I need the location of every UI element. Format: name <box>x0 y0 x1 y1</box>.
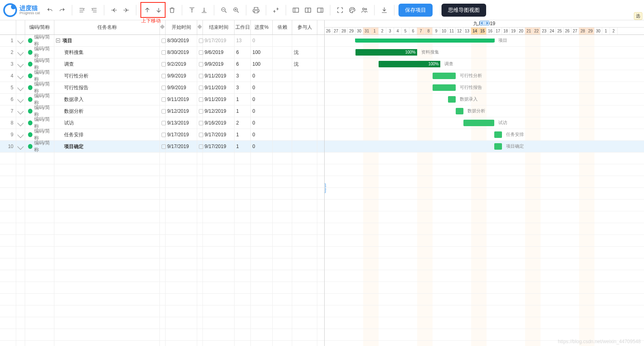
row-start[interactable]: 9/17/2019 <box>166 129 197 140</box>
row-name[interactable]: 可行性报告 <box>54 82 160 93</box>
row-depend[interactable] <box>273 129 292 140</box>
gantt-bar[interactable] <box>463 120 494 126</box>
row-edit-icon[interactable] <box>16 105 25 117</box>
row-chk2[interactable] <box>197 47 203 58</box>
col-name[interactable]: 任务名称 <box>54 20 160 34</box>
row-chk1[interactable] <box>160 105 166 117</box>
panel-split-button[interactable] <box>302 3 314 17</box>
col-progress[interactable]: 进度% <box>251 20 273 34</box>
gantt-row[interactable]: 试访 <box>325 117 644 129</box>
expand-icon[interactable]: − <box>56 39 60 43</box>
row-people[interactable]: 沈 <box>292 47 317 58</box>
day-cell[interactable]: 27 <box>332 28 340 34</box>
row-depend[interactable] <box>273 70 292 82</box>
day-cell[interactable]: 1 <box>371 28 379 34</box>
day-cell[interactable]: 7 <box>417 28 425 34</box>
col-start[interactable]: 开始时间 <box>166 20 197 34</box>
day-cell[interactable]: 15 <box>479 28 487 34</box>
row-chk2[interactable] <box>197 35 203 46</box>
day-cell[interactable]: 24 <box>548 28 556 34</box>
row-code[interactable]: 编码/简称 <box>25 82 54 93</box>
row-workdays[interactable]: 3 <box>235 70 251 82</box>
row-name[interactable]: 调查 <box>54 58 160 70</box>
gantt-row[interactable]: 100%资料搜集 <box>325 47 644 58</box>
row-code[interactable]: 编码/简称 <box>25 141 54 152</box>
row-end[interactable]: 9/11/2019 <box>203 94 235 105</box>
row-chk1[interactable] <box>160 141 166 152</box>
outdent-button[interactable] <box>76 3 88 17</box>
gantt-row[interactable]: 可行性报告 <box>325 82 644 94</box>
move-right-button[interactable] <box>121 3 132 17</box>
day-cell[interactable]: 30 <box>594 28 602 34</box>
row-start[interactable]: 9/9/2019 <box>166 70 197 82</box>
delete-button[interactable] <box>166 3 178 17</box>
indent-button[interactable] <box>88 3 100 17</box>
undo-button[interactable] <box>44 3 56 17</box>
row-progress[interactable]: 0 <box>251 82 273 93</box>
row-workdays[interactable]: 3 <box>235 82 251 93</box>
day-cell[interactable]: 13 <box>463 28 471 34</box>
col-code[interactable]: 编码/简称 <box>25 20 54 34</box>
row-code[interactable]: 编码/简称 <box>25 105 54 117</box>
row-edit-icon[interactable] <box>16 94 25 105</box>
row-edit-icon[interactable] <box>16 129 25 140</box>
day-cell[interactable]: 30 <box>355 28 363 34</box>
table-row[interactable]: 5编码/简称可行性报告9/9/20199/11/201930 <box>0 82 324 94</box>
row-progress[interactable]: 0 <box>251 117 273 129</box>
day-cell[interactable]: 1 <box>602 28 610 34</box>
save-project-button[interactable]: 保存项目 <box>398 4 433 17</box>
row-chk1[interactable] <box>160 129 166 140</box>
table-row[interactable]: 8编码/简称试访9/13/20199/16/201920 <box>0 117 324 129</box>
day-cell[interactable]: 23 <box>541 28 548 34</box>
gantt-row[interactable]: 任务安排 <box>325 129 644 141</box>
gantt-row[interactable]: 数据录入 <box>325 94 644 105</box>
row-chk2[interactable] <box>197 117 203 129</box>
row-workdays[interactable]: 1 <box>235 105 251 117</box>
table-row[interactable]: 1编码/简称−项目8/30/20199/17/2019130 <box>0 35 324 47</box>
row-code[interactable]: 编码/简称 <box>25 94 54 105</box>
row-chk2[interactable] <box>197 129 203 140</box>
row-chk2[interactable] <box>197 70 203 82</box>
row-depend[interactable] <box>273 58 292 70</box>
day-cell[interactable]: 12 <box>456 28 463 34</box>
gantt-bar[interactable]: 100% <box>379 61 440 67</box>
table-row[interactable]: 2编码/简称资料搜集8/30/20199/6/20196100沈 <box>0 47 324 58</box>
row-chk1[interactable] <box>160 47 166 58</box>
table-row[interactable]: 10编码/简称项目确定9/17/20199/17/201910 <box>0 141 324 153</box>
day-cell[interactable]: 21 <box>525 28 533 34</box>
row-chk2[interactable] <box>197 141 203 152</box>
row-progress[interactable]: 0 <box>251 70 273 82</box>
day-cell[interactable]: 2 <box>610 28 618 34</box>
gantt-bar[interactable] <box>433 73 456 79</box>
day-cell[interactable]: 27 <box>571 28 579 34</box>
row-edit-icon[interactable] <box>16 70 25 82</box>
row-workdays[interactable]: 6 <box>235 58 251 70</box>
row-depend[interactable] <box>273 141 292 152</box>
row-depend[interactable] <box>273 105 292 117</box>
row-chk1[interactable] <box>160 82 166 93</box>
redo-button[interactable] <box>56 3 68 17</box>
row-chk1[interactable] <box>160 117 166 129</box>
row-chk2[interactable] <box>197 94 203 105</box>
row-code[interactable]: 编码/简称 <box>25 47 54 58</box>
row-code[interactable]: 编码/简称 <box>25 58 54 70</box>
table-row[interactable]: 7编码/简称数据分析9/12/20199/12/201910 <box>0 105 324 117</box>
day-cell[interactable]: 29 <box>348 28 355 34</box>
row-people[interactable] <box>292 141 317 152</box>
row-workdays[interactable]: 1 <box>235 129 251 140</box>
gantt-bar[interactable] <box>456 108 463 114</box>
select-button[interactable]: 选 <box>634 12 642 20</box>
row-progress[interactable]: 0 <box>251 105 273 117</box>
row-edit-icon[interactable] <box>16 58 25 70</box>
row-code[interactable]: 编码/简称 <box>25 129 54 140</box>
row-end[interactable]: 9/6/2019 <box>203 47 235 58</box>
row-edit-icon[interactable] <box>16 35 25 46</box>
col-depend[interactable]: 依赖 <box>273 20 292 34</box>
row-depend[interactable] <box>273 94 292 105</box>
row-progress[interactable]: 100 <box>251 58 273 70</box>
row-progress[interactable]: 0 <box>251 141 273 152</box>
row-edit-icon[interactable] <box>16 47 25 58</box>
day-cell[interactable]: 3 <box>386 28 394 34</box>
row-depend[interactable] <box>273 117 292 129</box>
palette-button[interactable] <box>347 3 358 17</box>
